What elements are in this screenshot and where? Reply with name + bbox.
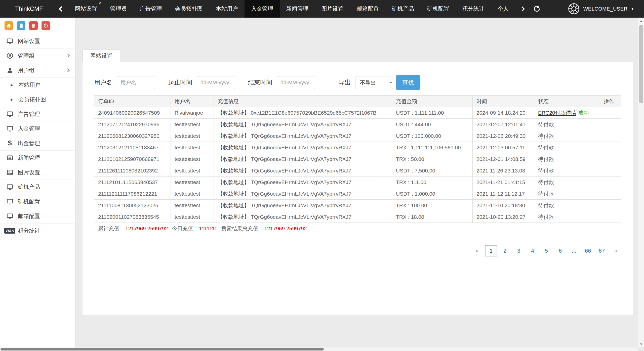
navbar-item[interactable]: 矿机产品 (385, 0, 421, 18)
navbar-item[interactable]: 网站设置 × (68, 0, 104, 18)
top-navbar: ThinkCMF 网站设置 × 管理员 广告管理 会员拓扑图 (0, 0, 644, 18)
username-cell: testtesttest (171, 142, 214, 153)
page-link[interactable]: ... (568, 245, 580, 256)
horizontal-scrollbar[interactable] (0, 347, 638, 351)
action-cell (600, 177, 621, 188)
sidebar-item[interactable]: 邮箱配置 (0, 209, 75, 224)
summary-value: 1217969.2599792 (125, 226, 168, 231)
table-row[interactable]: 211201021259070668971 testtesttest 【收款地址… (94, 153, 621, 165)
sidebar-item[interactable]: ▸ 会员拓扑图 (0, 92, 75, 107)
vertical-scrollbar-thumb[interactable] (639, 25, 643, 103)
nav-scroll-right-button[interactable] (515, 0, 529, 18)
vertical-scrollbar[interactable]: ▲ ▼ (638, 18, 644, 347)
navbar-item[interactable]: 本站用户 (209, 0, 245, 18)
horizontal-scrollbar-thumb[interactable] (1, 348, 324, 350)
page-link[interactable]: » (610, 245, 621, 256)
table-row[interactable]: 211206081230060327950 testtesttest 【收款地址… (94, 130, 621, 142)
summary-value: 1111111 (199, 226, 217, 231)
navbar-item[interactable]: 管理员 (104, 0, 133, 18)
toolbar-button[interactable] (29, 21, 38, 30)
page-link[interactable]: 4 (527, 245, 538, 256)
username-filter: 用户名 (94, 76, 155, 89)
sidebar-item-label: 本站用户 (18, 81, 41, 89)
page-link[interactable]: 66 (582, 245, 594, 256)
end-time-input[interactable] (277, 76, 315, 89)
navbar-item-label: 图片设置 (321, 5, 344, 13)
sidebar-item[interactable]: 矿机产品 (0, 180, 75, 194)
action-cell (600, 211, 621, 223)
navbar-item[interactable]: 广告管理 (133, 0, 169, 18)
page-link[interactable]: 5 (541, 245, 552, 256)
order-id-cell: 211206081230060327950 (94, 130, 171, 142)
navbar-item[interactable]: 积分统计 (456, 0, 491, 18)
table-row[interactable]: 211126111108082102392 testtesttest 【收款地址… (94, 165, 621, 177)
page-link[interactable]: « (471, 245, 483, 256)
status-text: 待付款 (538, 121, 554, 127)
scroll-up-icon[interactable]: ▲ (638, 18, 644, 24)
sidebar-item[interactable]: ▸ 本站用户 (0, 78, 75, 92)
navbar-item[interactable]: 邮箱配置 (350, 0, 385, 18)
page-link[interactable]: 2 (499, 245, 511, 256)
table-row[interactable]: 211112111117086212221 testtesttest 【收款地址… (94, 188, 621, 200)
start-time-input[interactable] (197, 76, 235, 89)
sidebar-item[interactable]: 管理组 (0, 49, 75, 63)
dollar-icon: $ (6, 139, 14, 147)
address-value: TQrGg6oeavEHrmLJcVLiVgVA7yprrvRXJ7 (251, 121, 351, 127)
sidebar-item[interactable]: 网站设置 (0, 34, 75, 49)
toolbar-button[interactable] (42, 21, 50, 30)
navbar-item[interactable]: 新闻管理 (280, 0, 315, 18)
caret-down-icon: ▾ (631, 7, 633, 11)
search-button[interactable]: 查找 (396, 75, 420, 90)
table-row[interactable]: 211207121241022970996 testtesttest 【收款地址… (94, 119, 621, 130)
sidebar-item[interactable]: 图片设置 (0, 165, 75, 180)
table-row[interactable]: 211020011027053835545 testtesttest 【收款地址… (94, 211, 621, 223)
page-link[interactable]: 67 (596, 245, 608, 256)
toolbar-button[interactable] (5, 21, 13, 30)
action-cell (600, 200, 621, 211)
table-row[interactable]: 211121011115065940537 testtesttest 【收款地址… (94, 177, 621, 188)
sidebar-item[interactable]: 广告管理 (0, 107, 75, 121)
monitor-icon (6, 213, 14, 220)
username-cell: testtesttest (171, 200, 214, 211)
refresh-button[interactable] (529, 0, 545, 18)
export-select[interactable]: 不导出 (355, 76, 393, 89)
navbar-item-label: 矿机产品 (392, 5, 414, 13)
tab-bar: 网站设置 (83, 49, 633, 62)
page-link[interactable]: 1 (485, 245, 497, 256)
sidebar-item[interactable]: $ 出金管理 (0, 136, 75, 151)
navbar-item[interactable]: 个人 (491, 0, 515, 18)
order-id-cell: 240914060920026547509 (94, 107, 171, 119)
brand[interactable]: ThinkCMF (0, 0, 55, 18)
navbar-item[interactable]: 会员拓扑图 (169, 0, 209, 18)
user-menu[interactable]: WELCOME_USER ▾ (568, 0, 644, 18)
deposit-info-cell: 【收款地址】 TQrGg6oeavEHrmLJcVLiVgVA7yprrvRXJ… (214, 177, 392, 188)
sidebar-item[interactable]: VISA 积分统计 (0, 224, 75, 238)
page-link[interactable]: 3 (513, 245, 525, 256)
navbar-item-label: 入金管理 (251, 5, 273, 13)
page-link[interactable]: 6 (554, 245, 566, 256)
payment-detail-link[interactable]: ERC20付款详情 (538, 110, 576, 116)
amount-cell: TRX : 1,111,111,106,560.00 (392, 142, 473, 153)
sidebar-item[interactable]: 新闻管理 (0, 151, 75, 165)
navbar-item[interactable]: 矿机配置 (421, 0, 456, 18)
sidebar-item[interactable]: 用户组 (0, 63, 75, 78)
table-row[interactable]: 211203121211051183467 testtesttest 【收款地址… (94, 142, 621, 153)
amount-cell: USDT : 1,111,111.00 (392, 107, 473, 119)
navbar-item[interactable]: 入金管理 (245, 0, 280, 18)
nav-scroll-left-button[interactable] (55, 0, 68, 18)
tab-site-settings[interactable]: 网站设置 (83, 49, 120, 62)
navbar-item[interactable]: 图片设置 (315, 0, 350, 18)
filter-bar: 用户名 起止时间 结束时间 导出 不导出 查找 (94, 75, 621, 90)
deposit-info-cell: 【收款地址】 TQrGg6oeavEHrmLJcVLiVgVA7yprrvRXJ… (214, 200, 392, 211)
sidebar-item[interactable]: 入金管理 (0, 121, 75, 136)
table-row[interactable]: 211110081130052122026 testtesttest 【收款地址… (94, 200, 621, 211)
time-cell: 2021-12-06 20:49:30 (473, 130, 534, 142)
address-label: 【收款地址】 (218, 168, 249, 173)
table-row[interactable]: 240914060920026547509 Rivalwanjoe 【收款地址】… (94, 107, 621, 119)
scroll-down-icon[interactable]: ▼ (638, 341, 644, 347)
sidebar-item[interactable]: 矿机配置 (0, 194, 75, 209)
close-icon[interactable]: × (98, 1, 101, 6)
power-icon (43, 23, 48, 28)
username-input[interactable] (117, 76, 155, 89)
toolbar-button[interactable] (17, 21, 25, 30)
